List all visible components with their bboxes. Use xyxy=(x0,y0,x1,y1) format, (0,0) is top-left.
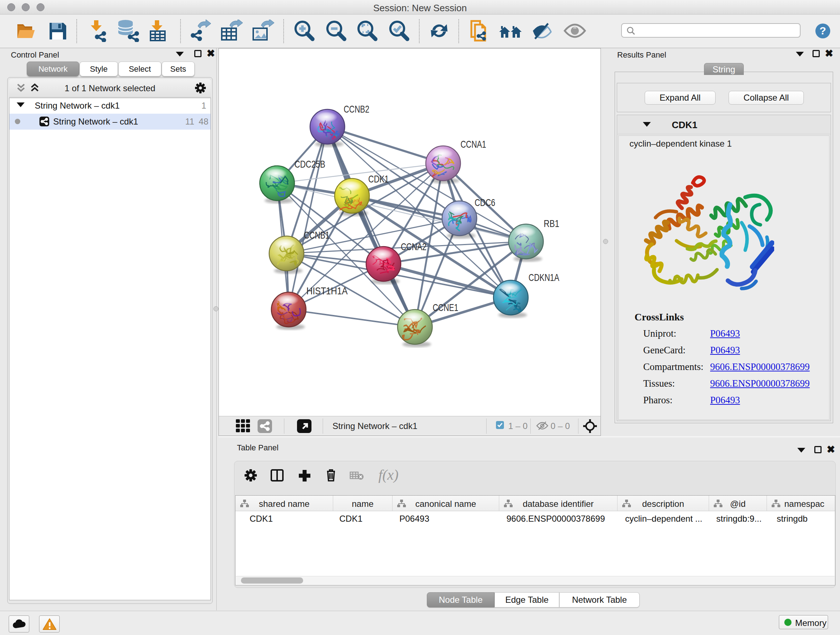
svg-text:CCNB2: CCNB2 xyxy=(344,103,369,115)
svg-text:CDKN1A: CDKN1A xyxy=(529,272,559,283)
svg-text:CDC25B: CDC25B xyxy=(294,158,325,170)
svg-text:CCNE1: CCNE1 xyxy=(433,302,458,313)
svg-text:RB1: RB1 xyxy=(544,218,559,229)
svg-text:HIST1H1A: HIST1H1A xyxy=(306,285,347,296)
svg-text:CCNB1: CCNB1 xyxy=(304,230,330,241)
svg-text:CDK1: CDK1 xyxy=(368,173,389,185)
svg-text:CCNA2: CCNA2 xyxy=(401,241,426,252)
svg-text:CDC6: CDC6 xyxy=(475,197,495,208)
svg-text:CCNA1: CCNA1 xyxy=(461,139,486,150)
